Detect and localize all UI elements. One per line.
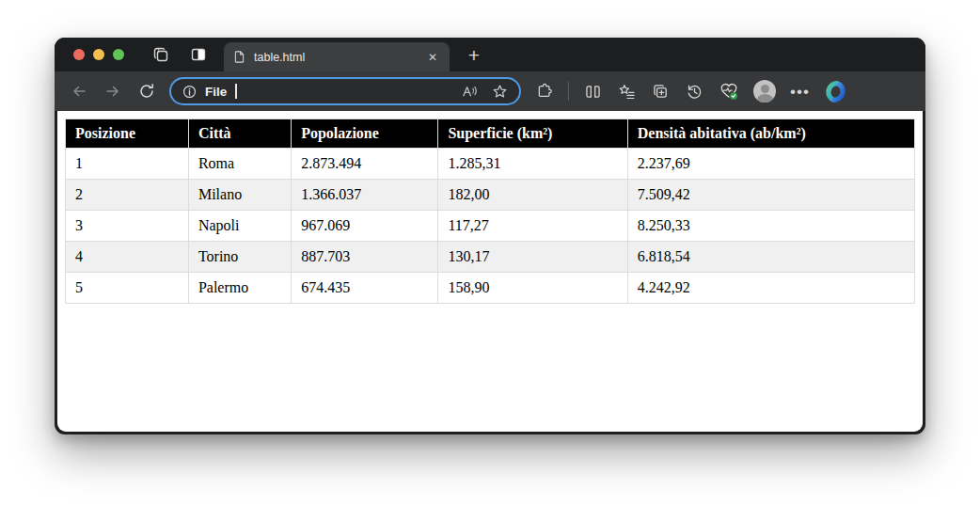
table-cell: 887.703 xyxy=(292,242,438,273)
settings-menu-button[interactable]: ••• xyxy=(790,84,810,100)
table-cell: 7.509,42 xyxy=(627,180,914,211)
table-cell: 130,17 xyxy=(438,242,627,273)
forward-button[interactable] xyxy=(100,78,126,104)
extensions-icon[interactable] xyxy=(535,82,554,101)
tab-table-html[interactable]: table.html ✕ xyxy=(224,42,450,71)
table-row: 3Napoli967.069117,278.250,33 xyxy=(66,211,915,242)
profile-avatar[interactable] xyxy=(753,80,776,103)
avatar-head xyxy=(761,85,769,93)
favorite-star-icon[interactable] xyxy=(491,83,509,101)
sidebar-toggle-icon xyxy=(189,45,208,64)
address-scheme-label: File xyxy=(205,85,227,99)
history-icon[interactable] xyxy=(685,82,704,102)
table-cell: Milano xyxy=(188,180,291,211)
table-header-cell: Popolazione xyxy=(292,119,438,149)
tab-title: table.html xyxy=(254,51,424,64)
text-caret xyxy=(235,84,237,99)
avatar-shoulders xyxy=(757,94,773,103)
back-button[interactable] xyxy=(66,78,92,104)
collections-icon[interactable] xyxy=(651,82,671,102)
new-tab-button[interactable]: + xyxy=(462,42,486,67)
page-viewport: PosizioneCittàPopolazioneSuperficie (km²… xyxy=(57,111,923,432)
table-cell: Palermo xyxy=(188,273,291,304)
table-cell: Roma xyxy=(188,149,291,180)
table-cell: 5 xyxy=(66,273,189,304)
table-header-cell: Superficie (km²) xyxy=(438,119,627,149)
copilot-icon[interactable] xyxy=(824,80,847,103)
maximize-window-button[interactable] xyxy=(113,49,124,60)
table-header-cell: Posizione xyxy=(66,119,189,149)
table-row: 2Milano1.366.037182,007.509,42 xyxy=(66,180,915,211)
info-icon xyxy=(182,84,198,100)
table-cell: 182,00 xyxy=(438,180,627,211)
table-cell: 2.873.494 xyxy=(292,149,438,180)
back-arrow-icon xyxy=(70,82,88,101)
forward-arrow-icon xyxy=(103,82,122,101)
table-header-cell: Densità abitativa (ab/km²) xyxy=(627,119,914,149)
table-cell: 1.285,31 xyxy=(438,149,627,180)
browser-window: table.html ✕ + xyxy=(55,38,925,434)
table-cell: Napoli xyxy=(188,211,291,242)
toolbar-right-icons: ••• xyxy=(535,80,847,103)
html-document: PosizioneCittàPopolazioneSuperficie (km²… xyxy=(57,111,923,311)
toolbar-divider xyxy=(568,82,569,101)
toolbar: File xyxy=(55,71,925,111)
table-cell: 967.069 xyxy=(292,211,438,242)
table-cell: 1.366.037 xyxy=(292,180,438,211)
cities-table: PosizioneCittàPopolazioneSuperficie (km²… xyxy=(65,118,915,304)
table-cell: 3 xyxy=(66,211,189,242)
reload-button[interactable] xyxy=(134,78,160,104)
table-cell: 117,27 xyxy=(438,211,627,242)
table-row: 4Torino887.703130,176.818,54 xyxy=(66,242,915,273)
minimize-window-button[interactable] xyxy=(93,49,104,60)
table-row: 5Palermo674.435158,904.242,92 xyxy=(66,273,915,304)
table-row: 1Roma2.873.4941.285,312.237,69 xyxy=(66,149,915,180)
address-bar[interactable]: File xyxy=(169,77,521,105)
table-cell: 6.818,54 xyxy=(627,242,914,273)
favorites-icon[interactable] xyxy=(617,82,637,102)
window-controls xyxy=(73,49,124,60)
table-cell: 4 xyxy=(66,242,189,273)
close-window-button[interactable] xyxy=(73,49,85,60)
table-cell: 674.435 xyxy=(292,273,438,304)
table-body: 1Roma2.873.4941.285,312.237,692Milano1.3… xyxy=(66,149,915,304)
table-cell: Torino xyxy=(188,242,291,273)
workspaces-icon xyxy=(151,45,170,64)
table-cell: 2.237,69 xyxy=(627,149,914,180)
browser-essentials-icon[interactable] xyxy=(719,81,739,102)
page-icon xyxy=(232,50,246,64)
table-cell: 2 xyxy=(66,180,189,211)
titlebar: table.html ✕ + xyxy=(55,38,925,71)
sidebar-toggle-button[interactable] xyxy=(186,42,211,67)
read-aloud-icon[interactable] xyxy=(461,83,479,101)
table-cell: 8.250,33 xyxy=(627,211,914,242)
table-cell: 1 xyxy=(66,149,189,180)
tab-close-icon[interactable]: ✕ xyxy=(424,49,441,66)
table-cell: 158,90 xyxy=(438,273,627,304)
table-header-row: PosizioneCittàPopolazioneSuperficie (km²… xyxy=(66,119,915,149)
split-screen-icon[interactable] xyxy=(583,82,603,102)
workspaces-button[interactable] xyxy=(149,42,173,67)
reload-icon xyxy=(137,82,156,101)
table-header-cell: Città xyxy=(188,119,291,149)
table-cell: 4.242,92 xyxy=(627,273,914,304)
